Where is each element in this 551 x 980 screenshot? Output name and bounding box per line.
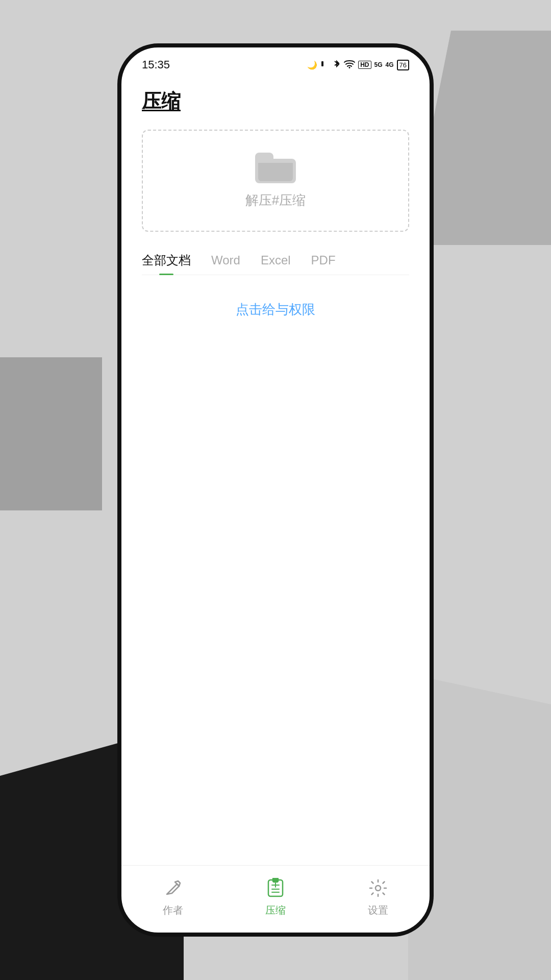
svg-rect-0 [321,61,323,66]
signal-4g: 4G [386,61,394,68]
nav-item-author[interactable]: 作者 [161,876,185,917]
folder-icon [255,153,296,183]
folder-icon-wrap [255,153,296,183]
bluetooth-icon [333,59,341,70]
drop-zone-label: 解压#压缩 [245,191,306,209]
wifi-icon [344,59,355,70]
permission-link[interactable]: 点击给与权限 [142,301,409,318]
svg-point-1 [349,67,350,68]
sim-icon [320,59,330,70]
svg-rect-7 [273,878,278,882]
status-icons: 🌙 HD 5G 4G 76 [307,59,409,70]
author-label: 作者 [163,903,183,917]
tab-all-docs[interactable]: 全部文档 [142,252,191,275]
compress-icon [263,876,288,900]
tab-pdf[interactable]: PDF [311,253,336,274]
page-title: 压缩 [142,88,409,114]
status-bar: 15:35 🌙 HD 5G [121,47,430,78]
moon-icon: 🌙 [307,60,317,70]
tabs-bar: 全部文档 Word Excel PDF [142,252,409,275]
settings-icon [366,876,390,900]
status-time: 15:35 [142,58,170,71]
hd-badge: HD [358,61,371,69]
bottom-nav: 作者 压缩 [121,865,430,933]
author-icon [161,876,185,900]
bg-decoration-mid-left [0,357,102,510]
nav-item-settings[interactable]: 设置 [366,876,390,917]
app-content: 压缩 解压#压缩 全部文档 Word Excel [121,78,430,865]
compress-label: 压缩 [265,903,286,917]
signal-5g: 5G [374,61,383,68]
svg-point-8 [375,886,381,891]
drop-zone[interactable]: 解压#压缩 [142,130,409,232]
folder-shadow [258,163,293,181]
settings-label: 设置 [368,903,388,917]
tab-word[interactable]: Word [211,253,240,274]
content-area [142,318,409,865]
battery-icon: 76 [397,60,409,70]
nav-item-compress[interactable]: 压缩 [263,876,288,917]
phone-frame: 15:35 🌙 HD 5G [117,43,434,937]
tab-excel[interactable]: Excel [261,253,291,274]
